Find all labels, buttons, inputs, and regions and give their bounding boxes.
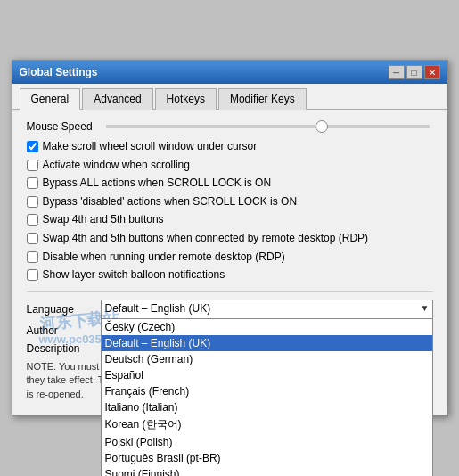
mouse-speed-label: Mouse Speed	[27, 120, 102, 133]
checkbox-row-1: Make scroll wheel scroll window under cu…	[27, 140, 433, 154]
checkbox-activate-window[interactable]	[27, 160, 38, 171]
mouse-speed-slider[interactable]	[106, 125, 430, 128]
checkbox-label-swap-buttons: Swap 4th and 5th buttons	[43, 213, 164, 227]
maximize-button[interactable]: □	[406, 65, 422, 79]
lang-item-english[interactable]: Default – English (UK)	[102, 335, 432, 351]
checkbox-row-7: Disable when running under remote deskto…	[27, 250, 433, 265]
close-button[interactable]: ✕	[424, 65, 440, 79]
checkbox-balloon[interactable]	[27, 269, 38, 281]
checkbox-swap-buttons[interactable]	[27, 214, 38, 226]
dropdown-arrow-icon: ▼	[421, 303, 430, 313]
language-select-container[interactable]: Default – English (UK) ▼ Česky (Czech) D…	[101, 300, 433, 319]
checkbox-bypass-all[interactable]	[27, 177, 38, 189]
checkbox-label-bypass-disabled: Bypass 'disabled' actions when SCROLL LO…	[43, 195, 298, 209]
tab-content: Mouse Speed Make scroll wheel scroll win…	[12, 110, 447, 415]
lang-item-korean[interactable]: Korean (한국어)	[102, 415, 432, 434]
checkbox-disable-rdp[interactable]	[27, 251, 38, 263]
checkbox-label-balloon: Show layer switch balloon notifications	[43, 268, 225, 283]
author-label: Author	[27, 324, 94, 337]
checkbox-row-4: Bypass 'disabled' actions when SCROLL LO…	[27, 195, 433, 209]
language-dropdown[interactable]: Česky (Czech) Default – English (UK) Deu…	[101, 319, 433, 476]
language-row: Language Default – English (UK) ▼ Česky …	[27, 300, 433, 319]
checkbox-label-activate-window: Activate window when scrolling	[43, 159, 190, 173]
tab-general[interactable]: General	[20, 88, 81, 110]
checkbox-row-2: Activate window when scrolling	[27, 159, 433, 173]
slider-thumb	[316, 120, 328, 133]
description-label: Description	[27, 342, 94, 355]
checkbox-label-disable-rdp: Disable when running under remote deskto…	[43, 250, 285, 265]
title-bar-buttons: ─ □ ✕	[389, 65, 440, 79]
language-section: Language Default – English (UK) ▼ Česky …	[27, 291, 433, 355]
language-select-box[interactable]: Default – English (UK) ▼	[101, 300, 433, 319]
lang-item-italian[interactable]: Italiano (Italian)	[102, 399, 432, 415]
checkbox-swap-rdp[interactable]	[27, 233, 38, 244]
lang-item-spanish[interactable]: Español	[102, 367, 432, 383]
lang-item-french[interactable]: Français (French)	[102, 383, 432, 399]
checkbox-label-swap-rdp: Swap 4th and 5th buttons when connected …	[43, 232, 369, 246]
checkbox-row-5: Swap 4th and 5th buttons	[27, 213, 433, 227]
lang-item-portuguese[interactable]: Português Brasil (pt-BR)	[102, 450, 432, 466]
checkbox-row-8: Show layer switch balloon notifications	[27, 268, 433, 283]
language-selected-value: Default – English (UK)	[105, 302, 211, 315]
title-bar: Global Settings ─ □ ✕	[12, 61, 447, 84]
tab-modifier-keys[interactable]: Modifier Keys	[218, 88, 307, 110]
lang-item-czech[interactable]: Česky (Czech)	[102, 319, 432, 335]
window-title: Global Settings	[20, 66, 98, 78]
tab-bar: General Advanced Hotkeys Modifier Keys	[12, 84, 447, 110]
tab-hotkeys[interactable]: Hotkeys	[155, 88, 217, 110]
language-label: Language	[27, 303, 94, 316]
lang-item-finnish[interactable]: Suomi (Finnish)	[102, 466, 432, 476]
tab-advanced[interactable]: Advanced	[82, 88, 152, 110]
checkbox-row-3: Bypass ALL actions when SCROLL LOCK is O…	[27, 176, 433, 191]
minimize-button[interactable]: ─	[389, 65, 405, 79]
lang-item-polish[interactable]: Polski (Polish)	[102, 434, 432, 450]
mouse-speed-row: Mouse Speed	[27, 120, 433, 133]
checkbox-scroll-wheel[interactable]	[27, 141, 38, 152]
checkbox-label-bypass-all: Bypass ALL actions when SCROLL LOCK is O…	[43, 176, 272, 191]
checkbox-row-6: Swap 4th and 5th buttons when connected …	[27, 232, 433, 246]
checkbox-bypass-disabled[interactable]	[27, 196, 38, 208]
global-settings-window: Global Settings ─ □ ✕ General Advanced H…	[12, 60, 448, 416]
checkbox-label-scroll-wheel: Make scroll wheel scroll window under cu…	[43, 140, 258, 154]
lang-item-german[interactable]: Deutsch (German)	[102, 351, 432, 367]
